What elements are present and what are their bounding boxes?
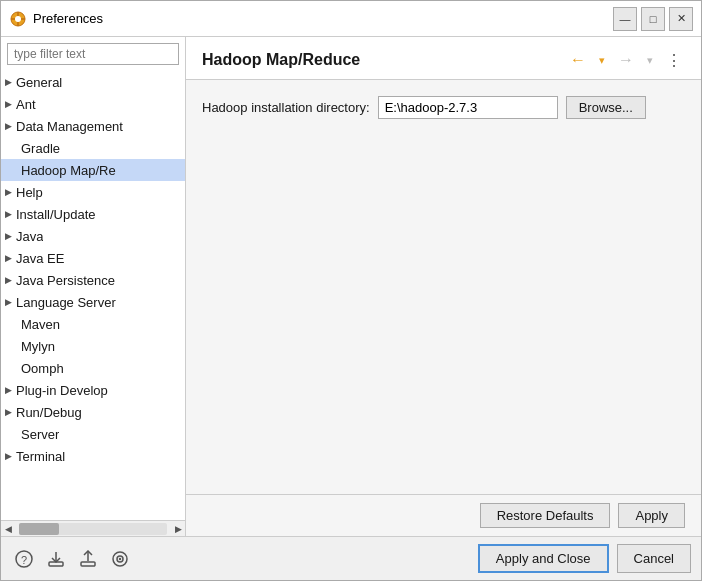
sidebar-item-gradle[interactable]: Gradle <box>1 137 185 159</box>
svg-rect-10 <box>81 562 95 566</box>
panel-footer: Restore Defaults Apply <box>186 494 701 536</box>
sync-icon <box>111 550 129 568</box>
panel-title: Hadoop Map/Reduce <box>202 51 360 69</box>
export-button[interactable] <box>43 546 69 572</box>
window-controls: — □ ✕ <box>613 7 693 31</box>
sidebar-item-general[interactable]: General <box>1 71 185 93</box>
bottom-left-icons: ? <box>11 546 133 572</box>
sidebar-item-java-persistence[interactable]: Java Persistence <box>1 269 185 291</box>
bottom-right-buttons: Apply and Close Cancel <box>478 544 691 573</box>
svg-point-1 <box>15 16 21 22</box>
sidebar-item-mylyn[interactable]: Mylyn <box>1 335 185 357</box>
sidebar-item-data-management[interactable]: Data Management <box>1 115 185 137</box>
hadoop-dir-row: Hadoop installation directory: Browse... <box>202 96 685 119</box>
apply-close-button[interactable]: Apply and Close <box>478 544 609 573</box>
title-bar: Preferences — □ ✕ <box>1 1 701 37</box>
restore-defaults-button[interactable]: Restore Defaults <box>480 503 611 528</box>
preferences-window: Preferences — □ ✕ General Ant Data Manag… <box>0 0 702 581</box>
sidebar-item-language-server[interactable]: Language Server <box>1 291 185 313</box>
sidebar: General Ant Data Management Gradle Hadoo… <box>1 37 186 536</box>
sidebar-item-server[interactable]: Server <box>1 423 185 445</box>
app-icon <box>9 10 27 28</box>
forward-dropdown-button[interactable]: ▾ <box>639 49 661 71</box>
forward-button[interactable]: → <box>615 49 637 71</box>
sidebar-item-terminal[interactable]: Terminal <box>1 445 185 467</box>
hadoop-dir-input[interactable] <box>378 96 558 119</box>
sidebar-item-ant[interactable]: Ant <box>1 93 185 115</box>
sidebar-item-help[interactable]: Help <box>1 181 185 203</box>
sidebar-scrollbar-area: ◀ ▶ <box>1 520 185 536</box>
import-icon <box>79 550 97 568</box>
tree-container: General Ant Data Management Gradle Hadoo… <box>1 71 185 520</box>
apply-button[interactable]: Apply <box>618 503 685 528</box>
bottom-bar: ? <box>1 536 701 580</box>
cancel-button[interactable]: Cancel <box>617 544 691 573</box>
help-button[interactable]: ? <box>11 546 37 572</box>
sidebar-item-hadoop[interactable]: Hadoop Map/Re <box>1 159 185 181</box>
back-button[interactable]: ← <box>567 49 589 71</box>
sidebar-item-java-ee[interactable]: Java EE <box>1 247 185 269</box>
panel-header: Hadoop Map/Reduce ← ▾ → ▾ ⋮ <box>186 37 701 80</box>
hadoop-dir-label: Hadoop installation directory: <box>202 100 370 115</box>
scroll-left-arrow[interactable]: ◀ <box>1 522 15 536</box>
browse-button[interactable]: Browse... <box>566 96 646 119</box>
content-area: General Ant Data Management Gradle Hadoo… <box>1 37 701 536</box>
window-title: Preferences <box>33 11 613 26</box>
sidebar-item-maven[interactable]: Maven <box>1 313 185 335</box>
sidebar-item-java[interactable]: Java <box>1 225 185 247</box>
maximize-button[interactable]: □ <box>641 7 665 31</box>
main-panel: Hadoop Map/Reduce ← ▾ → ▾ ⋮ Hadoop insta… <box>186 37 701 536</box>
panel-toolbar: ← ▾ → ▾ ⋮ <box>567 49 685 71</box>
scrollbar-thumb <box>19 523 59 535</box>
sidebar-item-plugin-develo[interactable]: Plug-in Develop <box>1 379 185 401</box>
export-icon <box>47 550 65 568</box>
filter-input[interactable] <box>7 43 179 65</box>
svg-text:?: ? <box>21 553 27 565</box>
sync-button[interactable] <box>107 546 133 572</box>
help-icon: ? <box>15 550 33 568</box>
panel-body: Hadoop installation directory: Browse... <box>186 80 701 494</box>
close-button[interactable]: ✕ <box>669 7 693 31</box>
svg-point-14 <box>119 557 121 559</box>
sidebar-item-oomph[interactable]: Oomph <box>1 357 185 379</box>
more-button[interactable]: ⋮ <box>663 49 685 71</box>
horizontal-scrollbar[interactable] <box>19 523 167 535</box>
minimize-button[interactable]: — <box>613 7 637 31</box>
scroll-right-arrow[interactable]: ▶ <box>171 522 185 536</box>
sidebar-item-install-update[interactable]: Install/Update <box>1 203 185 225</box>
back-dropdown-button[interactable]: ▾ <box>591 49 613 71</box>
sidebar-item-run-debug[interactable]: Run/Debug <box>1 401 185 423</box>
import-button[interactable] <box>75 546 101 572</box>
